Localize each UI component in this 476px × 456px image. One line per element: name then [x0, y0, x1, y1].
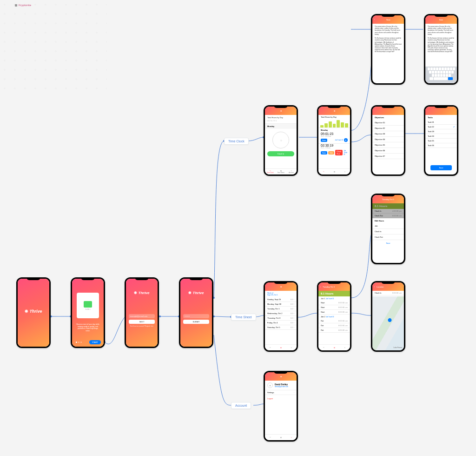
screen-day-detail: ‹Tuesday Oct 1 8.1 Hours Job 1 Job Trade…: [317, 281, 351, 352]
job-field[interactable]: Job: [372, 223, 404, 229]
screen-location: ‹Location Clock In8:00:00 am Job 1 Job T…: [371, 281, 405, 352]
gear-icon[interactable]: ⚙: [344, 138, 348, 142]
list-item[interactable]: Sunday, Sept 290.0 ›: [265, 297, 297, 302]
submit-button[interactable]: SUBMIT: [183, 320, 209, 324]
screen-timeclock: ❋ Total Hours by Day SMTWTFS Monday ◷ Cl…: [264, 105, 298, 176]
back-button[interactable]: ‹: [374, 19, 375, 20]
start-button[interactable]: START: [89, 340, 101, 344]
screen-tasks: Tasks Task 01 Task 02✔ Task 03 Task 04 T…: [424, 105, 458, 176]
email-field[interactable]: example@email.com: [129, 314, 155, 318]
screen-note-view: ‹ Note The preservation of human life is…: [371, 14, 405, 85]
logout-button[interactable]: Logout: [265, 395, 297, 402]
screen-timesheet: ❋ Week of Sept 29–Oct 5 Sunday, Sept 290…: [264, 281, 298, 352]
screen-account: ❋ ☺ David Smileydemail@provider.com Sett…: [264, 371, 298, 442]
screen-note-edit: Note The preservation of human life is t…: [424, 14, 458, 85]
screen-intro: SLIDE 1 Harness more of your day while h…: [71, 277, 105, 348]
settings-item[interactable]: Settings›: [265, 390, 297, 395]
clockout-field[interactable]: Clock Out: [372, 235, 404, 240]
day-bar-chart: [318, 119, 350, 127]
avatar: ☺: [267, 382, 273, 388]
clock-icon: ◷: [272, 132, 289, 148]
clockin-button[interactable]: Clock In: [267, 151, 294, 156]
password-field[interactable]: ••••••••: [183, 314, 209, 318]
screen-login-password: Thrive •••••••• SUBMIT: [179, 277, 213, 348]
keyboard[interactable]: [425, 67, 457, 83]
label-account: Account: [231, 402, 251, 409]
note-button[interactable]: Note: [321, 139, 327, 142]
background-pattern: [0, 0, 107, 93]
screen-login-email: Thrive example@email.com NEXT Don't have…: [125, 277, 159, 348]
label-time-sheet: Time Sheet: [231, 314, 256, 321]
screen-splash: Thrive: [16, 277, 51, 348]
svg-point-4: [159, 315, 161, 317]
map-view[interactable]: ⬤ Lake Forest: [372, 296, 404, 350]
clockin-field[interactable]: Clock In: [372, 229, 404, 235]
check-icon: ✔: [453, 126, 455, 128]
save-button[interactable]: Save: [372, 240, 404, 246]
tab-bar[interactable]: ⏱Time Clock▤Time Sheet☺Account: [265, 168, 297, 174]
screen-timeclock-running: ❋ Total Hours by Day Monday 05:01:23Oct …: [317, 105, 351, 176]
pin-icon: ⬤: [388, 318, 392, 322]
screen-edit-hours: Tuesday Oct 1 8.1 Hours Clock In4:00:00 …: [371, 194, 405, 264]
next-button[interactable]: NEXT: [129, 320, 155, 324]
screen-objectives: Objectives Objective 01Objective 02Objec…: [371, 105, 405, 176]
brand-badge: Kryptonite: [15, 4, 31, 7]
save-button[interactable]: Save: [430, 165, 452, 170]
label-time-clock: Time Clock: [224, 138, 249, 145]
